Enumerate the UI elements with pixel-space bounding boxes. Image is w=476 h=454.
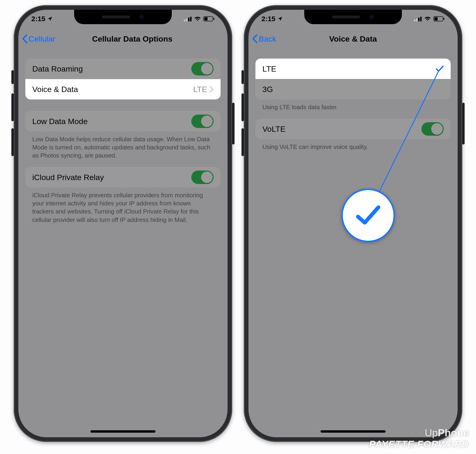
battery-icon <box>203 16 215 21</box>
svg-rect-3 <box>190 17 192 21</box>
status-time: 2:15 <box>261 15 276 23</box>
checkmark-icon <box>355 203 381 228</box>
footer-volte: Using VoLTE can improve voice quality. <box>255 139 451 159</box>
row-label: 3G <box>262 85 444 94</box>
notch <box>304 10 402 24</box>
cellular-icon <box>184 16 192 21</box>
volume-up-button[interactable] <box>11 93 14 121</box>
row-icloud-private-relay[interactable]: iCloud Private Relay <box>25 167 221 188</box>
settings-list: LTE 3G Using LTE loads data faster. VoLT… <box>248 59 458 159</box>
svg-rect-12 <box>434 17 438 20</box>
row-3g[interactable]: 3G <box>255 79 451 99</box>
row-lte[interactable]: LTE <box>255 59 451 79</box>
group-network: Data Roaming Voice & Data LTE <box>25 59 221 99</box>
svg-rect-6 <box>213 18 214 20</box>
battery-icon <box>433 16 445 21</box>
row-label: Voice & Data <box>32 85 193 94</box>
home-indicator[interactable] <box>90 430 155 433</box>
svg-rect-5 <box>204 17 207 20</box>
back-label: Cellular <box>29 34 55 44</box>
speaker-grille <box>102 15 130 18</box>
nav-bar: Back Voice & Data <box>248 28 458 49</box>
back-button[interactable]: Cellular <box>22 34 55 44</box>
toggle-low-data-mode[interactable] <box>191 114 214 128</box>
power-button[interactable] <box>232 103 235 144</box>
phone-right: 2:15 Back Voice & Data <box>244 5 462 442</box>
row-data-roaming[interactable]: Data Roaming <box>25 59 221 79</box>
row-voice-and-data[interactable]: Voice & Data LTE <box>25 79 221 99</box>
row-volte[interactable]: VoLTE <box>255 119 451 139</box>
front-camera <box>139 15 144 19</box>
group-network-mode: LTE 3G <box>255 59 451 99</box>
screen-left: 2:15 Cellular Cellular Data Op <box>18 10 228 437</box>
footer-private-relay: iCloud Private Relay prevents cellular p… <box>25 188 221 231</box>
row-low-data-mode[interactable]: Low Data Mode <box>25 111 221 131</box>
volume-down-button[interactable] <box>241 128 244 156</box>
svg-rect-0 <box>184 20 185 21</box>
svg-rect-7 <box>414 20 415 21</box>
footer-network: Using LTE loads data faster. <box>255 99 451 119</box>
callout-bubble <box>341 189 395 242</box>
phone-left: 2:15 Cellular Cellular Data Op <box>14 5 232 442</box>
back-label: Back <box>259 34 276 44</box>
home-indicator[interactable] <box>321 430 386 433</box>
row-label: Low Data Mode <box>32 117 191 126</box>
notch <box>74 10 172 24</box>
row-label: iCloud Private Relay <box>32 173 191 182</box>
svg-rect-13 <box>444 18 444 20</box>
volume-down-button[interactable] <box>11 128 14 156</box>
row-label: VoLTE <box>262 125 421 134</box>
location-icon <box>47 16 53 22</box>
chevron-right-icon <box>209 86 214 93</box>
row-value: LTE <box>193 85 207 94</box>
settings-list: Data Roaming Voice & Data LTE Low Data M… <box>18 59 228 231</box>
screen-right: 2:15 Back Voice & Data <box>248 10 458 437</box>
page-title: Cellular Data Options <box>92 34 172 43</box>
svg-rect-2 <box>188 18 189 21</box>
front-camera <box>369 15 374 19</box>
group-private-relay: iCloud Private Relay <box>25 167 221 188</box>
svg-rect-10 <box>420 17 422 21</box>
back-button[interactable]: Back <box>252 34 276 44</box>
toggle-volte[interactable] <box>421 122 444 136</box>
status-time: 2:15 <box>31 15 45 23</box>
nav-bar: Cellular Cellular Data Options <box>18 28 228 49</box>
svg-rect-8 <box>416 19 417 21</box>
volume-up-button[interactable] <box>241 93 244 121</box>
group-low-data: Low Data Mode <box>25 111 221 131</box>
power-button[interactable] <box>462 103 465 144</box>
svg-rect-1 <box>186 19 187 21</box>
speaker-grille <box>332 15 360 18</box>
checkmark-icon <box>436 65 444 72</box>
location-icon <box>277 16 283 22</box>
chevron-left-icon <box>252 34 258 43</box>
mute-switch[interactable] <box>11 70 14 84</box>
footer-low-data: Low Data Mode helps reduce cellular data… <box>25 131 221 167</box>
page-title: Voice & Data <box>329 34 377 43</box>
mute-switch[interactable] <box>241 70 244 84</box>
row-label: Data Roaming <box>32 64 191 73</box>
cellular-icon <box>414 16 422 21</box>
svg-rect-9 <box>418 18 420 21</box>
row-label: LTE <box>262 64 436 73</box>
toggle-icloud-private-relay[interactable] <box>191 171 214 184</box>
chevron-left-icon <box>22 34 28 43</box>
group-volte: VoLTE <box>255 119 451 139</box>
toggle-data-roaming[interactable] <box>191 62 214 76</box>
wifi-icon <box>194 16 201 21</box>
wifi-icon <box>424 16 431 21</box>
